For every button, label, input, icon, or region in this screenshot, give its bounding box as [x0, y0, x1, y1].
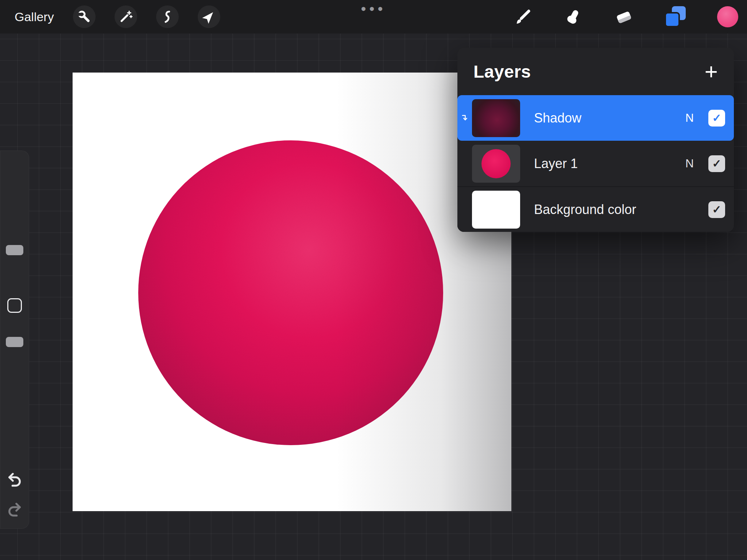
- layer-visibility-checkbox[interactable]: ✓: [708, 201, 725, 218]
- toolbar-right-group: [514, 6, 747, 27]
- multitouch-ellipsis-button[interactable]: •••: [361, 1, 386, 17]
- check-icon: ✓: [712, 157, 721, 170]
- paint-brush-button[interactable]: [514, 7, 533, 26]
- transform-arrow-icon: [202, 9, 216, 24]
- sphere-grain-texture: [138, 140, 443, 445]
- layer-name: Background color: [534, 202, 636, 217]
- selection-s-icon: [160, 9, 175, 24]
- redo-button[interactable]: [6, 501, 23, 517]
- layer-row-shadow[interactable]: Shadow N ✓: [457, 95, 734, 141]
- redo-arrow-icon: [6, 501, 23, 517]
- undo-button[interactable]: [6, 471, 23, 487]
- layer-visibility-checkbox[interactable]: ✓: [708, 110, 725, 127]
- layer-row-layer1[interactable]: Layer 1 N ✓: [457, 141, 734, 186]
- smudge-finger-icon: [564, 7, 583, 26]
- layer-thumbnail-layer1[interactable]: [472, 145, 520, 183]
- layer-thumbnail-shadow[interactable]: [472, 99, 520, 137]
- layer-name: Shadow: [534, 110, 581, 126]
- selection-button[interactable]: [156, 5, 179, 28]
- procreate-screen: Gallery: [0, 0, 747, 560]
- eraser-icon: [614, 7, 633, 26]
- artwork-sphere: [138, 140, 443, 445]
- canvas[interactable]: [73, 73, 511, 511]
- transform-button[interactable]: [198, 5, 220, 28]
- layer-row-background[interactable]: Background color ✓: [457, 186, 734, 232]
- actions-button[interactable]: [73, 5, 96, 28]
- modify-button[interactable]: [7, 298, 22, 313]
- check-icon: ✓: [712, 203, 721, 216]
- wrench-icon: [77, 9, 92, 24]
- eraser-button[interactable]: [614, 7, 633, 26]
- layer-name: Layer 1: [534, 156, 578, 171]
- toolbar-left-group: Gallery: [0, 5, 220, 28]
- opacity-slider[interactable]: [6, 337, 23, 347]
- brush-icon: [514, 7, 533, 26]
- layers-panel-header: Layers +: [457, 48, 734, 95]
- layers-icon: [665, 6, 686, 27]
- smudge-button[interactable]: [564, 7, 583, 26]
- layers-front-square: [665, 12, 680, 27]
- gallery-button[interactable]: Gallery: [15, 10, 54, 24]
- undo-arrow-icon: [6, 471, 23, 487]
- brush-size-slider[interactable]: [6, 245, 23, 255]
- layers-panel-title: Layers: [473, 62, 531, 82]
- clipping-mask-arrow-icon: [457, 114, 472, 122]
- magic-wand-icon: [119, 9, 133, 24]
- adjustments-button[interactable]: [115, 5, 137, 28]
- color-swatch-button[interactable]: [717, 6, 738, 27]
- sidebar: [0, 151, 29, 529]
- layers-button[interactable]: [665, 6, 686, 27]
- blend-mode-button[interactable]: N: [685, 111, 694, 125]
- top-toolbar: Gallery: [0, 0, 747, 34]
- check-icon: ✓: [712, 112, 721, 124]
- add-layer-button[interactable]: +: [705, 62, 718, 81]
- blend-mode-button[interactable]: N: [685, 157, 694, 170]
- layer-visibility-checkbox[interactable]: ✓: [708, 155, 725, 172]
- layers-panel: Layers + Shadow N ✓ L: [457, 48, 734, 232]
- layer-thumbnail-background[interactable]: [472, 191, 520, 229]
